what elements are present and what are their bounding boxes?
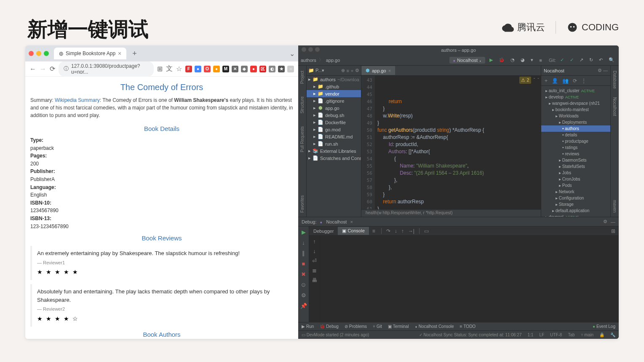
resume-icon[interactable]: ▶ bbox=[302, 229, 306, 235]
tab-close-icon[interactable]: × bbox=[118, 50, 121, 57]
editor-tab[interactable]: ⬢ app.go × bbox=[361, 66, 395, 75]
tree-item[interactable]: ▸ 📄Scratches and Cons bbox=[307, 154, 361, 162]
debug-config[interactable]: Nocalhost bbox=[326, 219, 347, 224]
ext-icon[interactable]: ★ bbox=[278, 66, 285, 72]
tree-item[interactable]: ▸ 📄run.sh bbox=[307, 140, 361, 147]
target-icon[interactable]: ⊕ bbox=[341, 68, 345, 73]
evaluate-icon[interactable]: ▭ bbox=[422, 228, 431, 234]
nocalhost-item[interactable]: • productpage bbox=[541, 138, 610, 144]
breadcrumb-file[interactable]: app.go bbox=[326, 58, 340, 63]
nocalhost-item[interactable]: ▸ CronJobs bbox=[541, 176, 610, 182]
nocalhost-item[interactable]: ▸ devpool ACTIVE bbox=[541, 214, 610, 217]
console-tab[interactable]: ▣ Console bbox=[338, 227, 369, 235]
down-icon[interactable]: ↓ bbox=[313, 248, 316, 254]
tree-item[interactable]: ▸ 📁vendor bbox=[307, 90, 361, 97]
code-editor[interactable]: return } w.Write(resp)}func getAuthors(p… bbox=[375, 76, 541, 209]
more-icon[interactable]: ▾ bbox=[529, 57, 535, 63]
tree-item[interactable]: ▸ 📚External Libraries bbox=[307, 147, 361, 154]
ext-icon[interactable]: M bbox=[222, 66, 229, 72]
event-log-tab[interactable]: ● Event Log bbox=[593, 324, 615, 329]
nocalhost-item[interactable]: • reviews bbox=[541, 151, 610, 157]
pin-icon[interactable]: 📌 bbox=[300, 303, 307, 309]
window-close-icon[interactable] bbox=[29, 51, 34, 56]
nocalhost-item[interactable]: ▸ Configuration bbox=[541, 195, 610, 201]
project-dropdown[interactable]: 📁 P...▾ bbox=[308, 68, 324, 73]
tree-item[interactable]: ▸ 📄.gitignore bbox=[307, 97, 361, 104]
nocalhost-item[interactable]: • ratings bbox=[541, 144, 610, 151]
kill-icon[interactable]: ✖ bbox=[301, 271, 306, 277]
todo-tab[interactable]: ≡ TODO bbox=[460, 324, 476, 329]
nocalhost-item[interactable]: ▸ StatefulSets bbox=[541, 163, 610, 170]
ext-icon[interactable]: O bbox=[204, 66, 211, 72]
encoding[interactable]: UTF-8 bbox=[550, 333, 562, 337]
url-field[interactable]: ⓘ 127.0.0.1:39080/productpage?u=nor... bbox=[59, 61, 154, 77]
avatar-icon[interactable]: ○ bbox=[287, 66, 294, 72]
up-icon[interactable]: ↑ bbox=[313, 238, 316, 245]
step-over-icon[interactable]: ↷ bbox=[384, 228, 393, 234]
group-icon[interactable]: 👥 bbox=[562, 78, 569, 84]
close-icon[interactable]: × bbox=[388, 68, 391, 73]
nocalhost-item[interactable]: • details bbox=[541, 132, 610, 138]
nocalhost-item[interactable]: ▸ develop ACTIVE bbox=[541, 94, 610, 100]
nocalhost-item[interactable]: ▸ Jobs bbox=[541, 170, 610, 176]
step-icon[interactable]: ↓ bbox=[302, 240, 305, 246]
nocalhost-item[interactable]: ▸ Storage bbox=[541, 201, 610, 208]
stop-icon[interactable]: ■ bbox=[537, 58, 544, 63]
back-icon[interactable]: ← bbox=[29, 65, 36, 73]
stop-icon[interactable]: ■ bbox=[302, 261, 305, 267]
print-icon[interactable]: 🖶 bbox=[312, 277, 317, 283]
git-tab[interactable]: ⑂ Git bbox=[373, 324, 382, 329]
nocalhost-item[interactable]: ▸ DaemonSets bbox=[541, 157, 610, 163]
tree-item[interactable]: ▸ 📄go.mod bbox=[307, 126, 361, 133]
ext-icon[interactable]: F bbox=[185, 66, 192, 72]
collapse-icon[interactable]: ≡ bbox=[347, 68, 349, 73]
nocalhost-item[interactable]: ▸ Pods bbox=[541, 182, 610, 189]
caret-pos[interactable]: 1:1 bbox=[527, 333, 533, 337]
tool-icon[interactable]: 🔧 bbox=[610, 333, 615, 337]
line-sep[interactable]: LF bbox=[539, 333, 544, 337]
breadcrumb-folder[interactable]: authors bbox=[301, 58, 316, 63]
git-push-icon[interactable]: ↗ bbox=[578, 57, 585, 63]
more-icon[interactable]: ⋮ bbox=[581, 78, 586, 84]
ext-icon[interactable]: 区 bbox=[259, 66, 266, 72]
window-min-icon[interactable] bbox=[36, 51, 41, 56]
breadcrumb-trail[interactable]: health(w http.ResponseWriter, r *http.Re… bbox=[361, 209, 541, 217]
rail-favorites[interactable]: Favorites bbox=[300, 195, 305, 213]
run-config-dropdown[interactable]: ⬧ Nocalhost ▾ bbox=[449, 57, 485, 64]
gear-icon[interactable]: ⚙ bbox=[603, 219, 607, 224]
rail-maven[interactable]: maven bbox=[612, 200, 617, 213]
pause-icon[interactable]: ‖ bbox=[302, 250, 305, 256]
rail-database[interactable]: Database bbox=[612, 71, 617, 89]
rail-project[interactable]: Project bbox=[300, 71, 305, 84]
wrap-icon[interactable]: ⏎ bbox=[312, 258, 317, 264]
breakpoints-icon[interactable]: ⊙ bbox=[301, 282, 306, 288]
nocalhost-item[interactable]: ▸ Deployments bbox=[541, 119, 610, 125]
add-icon[interactable]: + bbox=[545, 78, 548, 84]
debug-tab[interactable]: 🐞 Debug bbox=[320, 324, 338, 329]
lock-icon[interactable]: 🔒 bbox=[599, 333, 604, 337]
inspection-widget[interactable]: ⚠ 2 ˆˇ bbox=[519, 77, 539, 84]
git-update-icon[interactable]: ✓ bbox=[558, 57, 566, 63]
tree-item[interactable]: ▸ ⬢app.go bbox=[307, 104, 361, 112]
wikipedia-link[interactable]: Wikipedia Summary bbox=[55, 97, 100, 103]
minimize-icon[interactable]: — bbox=[611, 219, 615, 224]
new-tab-icon[interactable]: + bbox=[132, 49, 137, 58]
nocalhost-item[interactable]: ▸ Network bbox=[541, 189, 610, 195]
run-tab[interactable]: ▶ Run bbox=[302, 324, 314, 329]
git-branch[interactable]: ⑂ main bbox=[581, 333, 593, 337]
tree-item[interactable]: ▸ 📄Dockerfile bbox=[307, 119, 361, 126]
ext-icon[interactable]: ● bbox=[250, 66, 257, 72]
scroll-icon[interactable]: ≣ bbox=[312, 267, 317, 274]
browser-tab[interactable]: ◍ Simple Bookstore App × bbox=[54, 48, 126, 59]
qr-icon[interactable]: ⊞ bbox=[157, 65, 163, 73]
reload-icon[interactable]: ⟳ bbox=[50, 65, 55, 73]
layout-icon[interactable]: ⊞ bbox=[608, 228, 619, 234]
git-commit-icon[interactable]: ✓ bbox=[568, 57, 575, 63]
settings-icon[interactable]: ⚙ bbox=[301, 292, 306, 298]
indent[interactable]: Tab bbox=[568, 333, 575, 337]
window-control-icon[interactable] bbox=[315, 47, 320, 52]
window-control-icon[interactable] bbox=[308, 47, 313, 52]
more-icon[interactable]: ≡ bbox=[369, 228, 379, 234]
nocalhost-item[interactable]: • authors bbox=[541, 125, 610, 132]
rail-pull-requests[interactable]: Pull Requests bbox=[300, 126, 305, 152]
